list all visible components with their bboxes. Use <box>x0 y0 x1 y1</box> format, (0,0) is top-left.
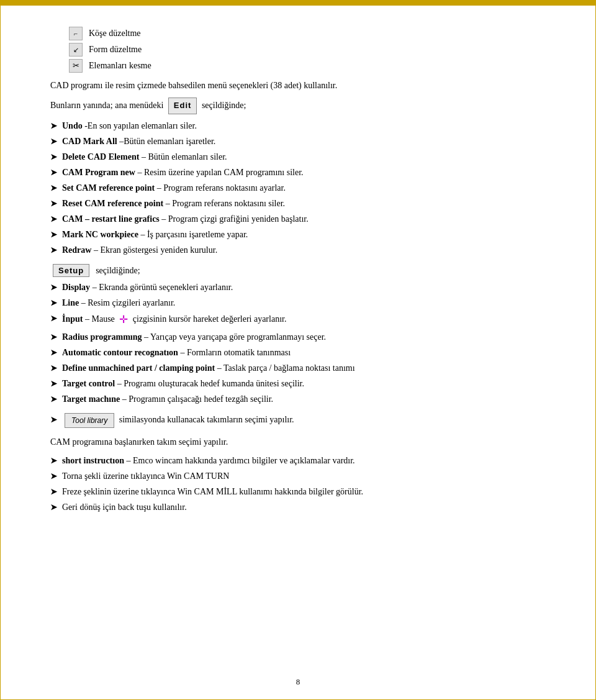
item-text: – Yarıçap veya yarıçapa göre programlanm… <box>142 332 326 342</box>
arrow-icon: ➤ <box>50 166 57 179</box>
list-item: ➤ short instructıon – Emco wincam hakkın… <box>50 454 546 467</box>
page: ⌐ Köşe düzeltme ↙ Form düzeltme ✂ Eleman… <box>0 0 596 700</box>
item-text: – Resim üzerine yapılan CAM programını s… <box>135 168 304 177</box>
top-border <box>1 2 595 6</box>
arrow-icon: ➤ <box>50 182 57 194</box>
item-bold: Radius programmıng <box>62 332 142 342</box>
setup-list: ➤ Display – Ekranda görüntü seçenekleri … <box>50 281 546 406</box>
scissors-icon: ✂ <box>69 59 83 73</box>
edit-list: ➤ Undo -En son yapılan elemanları siler.… <box>50 119 546 257</box>
item-bold: Target control <box>62 379 115 388</box>
item-text: – Program çizgi grafiğini yeniden başlat… <box>160 214 309 224</box>
icon-row-1: ⌐ Köşe düzeltme <box>50 27 546 40</box>
edit-suffix-text: seçildiğinde; <box>202 101 246 110</box>
item-bold: CAD Mark All <box>62 137 117 146</box>
cam-start-text: CAM programına başlanırken takım seçimi … <box>50 437 228 447</box>
item-bold: İnput <box>62 314 83 324</box>
arrow-icon: ➤ <box>50 312 57 325</box>
arrow-icon: ➤ <box>50 297 57 309</box>
list-item: ➤ Target machıne – Programın çalışacağı … <box>50 393 546 406</box>
arrow-icon: ➤ <box>50 362 57 375</box>
item-bold: Undo <box>62 121 83 130</box>
arrow-icon: ➤ <box>50 281 57 294</box>
final-list: ➤ short instructıon – Emco wincam hakkın… <box>50 454 546 514</box>
item-bold: Set CAM reference point <box>62 183 155 193</box>
list-item: ➤ Radius programmıng – Yarıçap veya yarı… <box>50 330 546 343</box>
edit-intro-line: Bunların yanında; ana menüdeki Edit seçi… <box>50 98 546 114</box>
item-text: – Ekran göstergesi yeniden kurulur. <box>91 245 217 255</box>
top-icons-section: ⌐ Köşe düzeltme ↙ Form düzeltme ✂ Eleman… <box>50 27 546 73</box>
item-bold: Target machıne <box>62 394 120 404</box>
list-item: ➤ Reset CAM reference point – Program re… <box>50 197 546 210</box>
icon-row-2: ↙ Form düzeltme <box>50 43 546 57</box>
list-item: ➤ CAM – restart line grafics – Program ç… <box>50 212 546 225</box>
list-item: ➤ Freze şeklinin üzerine tıklayınca Win … <box>50 485 546 498</box>
item-text: – Resim çizgileri ayarlanır. <box>79 298 175 307</box>
edit-intro-text: Bunların yanında; ana menüdeki <box>50 101 163 110</box>
list-item: ➤ İnput – Mause ✛ çizgisinin kursör hare… <box>50 312 546 328</box>
arrow-icon: ➤ <box>50 501 57 514</box>
item-bold: Reset CAM reference point <box>62 199 163 208</box>
arrow-icon: ➤ <box>50 229 57 241</box>
item-text: Torna şekli üzerine tıklayınca Win CAM T… <box>62 470 229 483</box>
arrow-icon: ➤ <box>50 151 57 163</box>
edit-badge: Edit <box>168 98 197 114</box>
tool-library-section: ➤ Tool library similasyonda kullanacak t… <box>50 413 546 428</box>
item-text: – Taslak parça / bağlama noktası tanımı <box>215 363 354 373</box>
list-item: ➤ Define unmachined part / clamping poin… <box>50 361 546 375</box>
icon-row-3: ✂ Elemanları kesme <box>50 59 546 73</box>
list-item: ➤ Target control – Programı oluşturacak … <box>50 377 546 390</box>
arrow-icon: ➤ <box>50 213 57 225</box>
list-item: ➤ Automatic contour recognatıon – Formla… <box>50 346 546 359</box>
list-item: ➤ Redraw – Ekran göstergesi yeniden kuru… <box>50 243 546 257</box>
item-text: –Bütün elemanları işaretler. <box>117 137 216 146</box>
item-bold: Line <box>62 298 79 307</box>
tool-library-text: similasyonda kullanacak takımların seçim… <box>119 415 294 424</box>
cam-start: CAM programına başlanırken takım seçimi … <box>50 435 546 449</box>
tool-library-badge: Tool library <box>65 413 114 428</box>
arrow-icon: ➤ <box>50 198 57 210</box>
cad-intro-text: CAD programı ile resim çizmede bahsedile… <box>50 81 337 90</box>
list-item: ➤ Delete CAD Element – Bütün elemanları … <box>50 150 546 163</box>
item-text: Geri dönüş için back tuşu kullanılır. <box>62 501 187 514</box>
list-item: ➤ Display – Ekranda görüntü seçenekleri … <box>50 281 546 294</box>
arrow-icon: ➤ <box>50 378 57 390</box>
item-bold: CAM – restart line grafics <box>62 214 160 224</box>
item-suffix: çizgisinin kursör hareket değerleri ayar… <box>133 314 287 324</box>
arrow-icon: ➤ <box>50 120 57 132</box>
item-bold: CAM Program new <box>62 168 135 177</box>
item-bold: short instructıon <box>62 456 124 465</box>
list-item: ➤ Torna şekli üzerine tıklayınca Win CAM… <box>50 470 546 483</box>
edit-section: Bunların yanında; ana menüdeki Edit seçi… <box>50 98 546 257</box>
list-item: ➤ Line – Resim çizgileri ayarlanır. <box>50 296 546 309</box>
item-bold: Redraw <box>62 245 91 255</box>
kose-label: Köşe düzeltme <box>89 29 141 39</box>
cad-intro: CAD programı ile resim çizmede bahsedile… <box>50 79 546 93</box>
kose-icon: ⌐ <box>69 27 83 40</box>
item-text: – Formların otomatik tanınması <box>178 348 291 357</box>
arrow-icon: ➤ <box>50 486 57 498</box>
item-text: – Bütün elemanları siler. <box>139 152 227 161</box>
arrow-icon: ➤ <box>50 347 57 359</box>
arrow-icon: ➤ <box>50 135 57 148</box>
form-label: Form düzeltme <box>89 45 142 55</box>
item-text: -En son yapılan elemanları siler. <box>83 121 197 130</box>
arrow-icon: ➤ <box>50 393 57 406</box>
page-number: 8 <box>1 677 595 687</box>
setup-suffix-text: seçildiğinde; <box>96 266 140 276</box>
crosshair-icon: ✛ <box>119 312 128 328</box>
item-bold: Define unmachined part / clamping point <box>62 363 215 373</box>
item-bold: Display <box>62 283 90 292</box>
item-bold: Delete CAD Element <box>62 152 139 161</box>
list-item: ➤ Set CAM reference point – Program refe… <box>50 181 546 194</box>
page-number-text: 8 <box>296 677 300 686</box>
setup-intro-line: Setup seçildiğinde; <box>50 264 546 277</box>
item-bold: Mark NC workpiece <box>62 230 138 239</box>
arrow-icon: ➤ <box>50 455 57 467</box>
item-text: – Programı oluşturacak hedef kumanda üni… <box>115 379 304 388</box>
list-item: ➤ CAD Mark All –Bütün elemanları işaretl… <box>50 135 546 148</box>
setup-section: Setup seçildiğinde; ➤ Display – Ekranda … <box>50 264 546 406</box>
list-item: ➤ Tool library similasyonda kullanacak t… <box>50 413 546 428</box>
list-item: ➤ Geri dönüş için back tuşu kullanılır. <box>50 501 546 514</box>
list-item: ➤ Undo -En son yapılan elemanları siler. <box>50 119 546 132</box>
